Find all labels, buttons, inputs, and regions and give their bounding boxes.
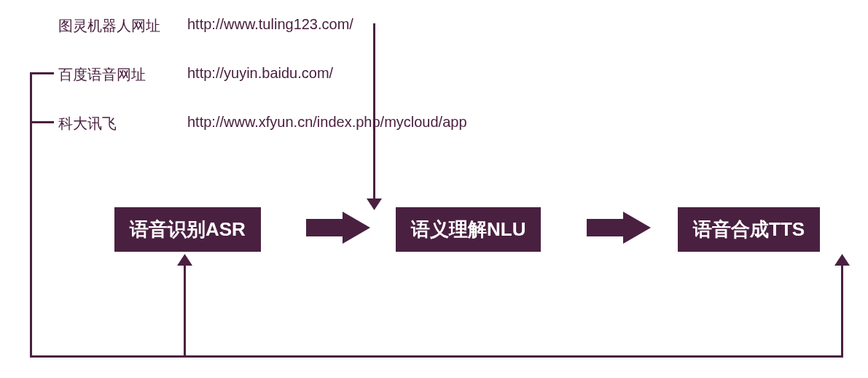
connector-tick-baidu	[30, 72, 54, 74]
url-tuling: http://www.tuling123.com/	[187, 16, 353, 33]
connector-bottom-h	[30, 355, 843, 358]
connector-left-v	[30, 72, 32, 358]
box-asr: 语音识别ASR	[114, 207, 261, 252]
connector-tick-xfyun	[30, 121, 54, 123]
label-xfyun: 科大讯飞	[58, 114, 117, 134]
url-baidu: http://yuyin.baidu.com/	[187, 65, 333, 82]
connector-asr-v	[184, 263, 186, 358]
connector-tuling-to-nlu-v	[373, 23, 375, 204]
url-xfyun: http://www.xfyun.cn/index.php/mycloud/ap…	[187, 114, 467, 131]
label-baidu: 百度语音网址	[58, 65, 146, 85]
connector-right-v	[841, 263, 843, 358]
svg-marker-0	[306, 212, 370, 244]
svg-marker-3	[834, 254, 850, 266]
box-nlu: 语义理解NLU	[396, 207, 541, 252]
svg-marker-4	[177, 254, 192, 266]
svg-marker-2	[367, 198, 382, 210]
arrowhead-tuling-to-nlu	[367, 198, 382, 213]
arrow-nlu-to-tts	[587, 212, 652, 247]
arrowhead-to-tts	[834, 254, 850, 269]
box-tts: 语音合成TTS	[678, 207, 820, 252]
arrowhead-to-asr	[177, 254, 192, 269]
label-tuling: 图灵机器人网址	[58, 16, 160, 36]
arrow-asr-to-nlu	[306, 212, 372, 247]
svg-marker-1	[587, 212, 651, 244]
